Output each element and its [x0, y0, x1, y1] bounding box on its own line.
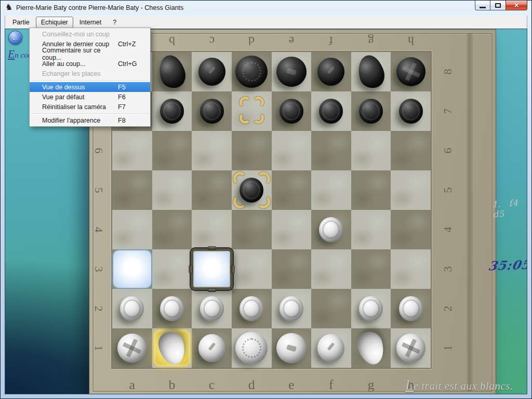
white-rook-a1[interactable]	[117, 334, 147, 363]
square-g3[interactable]	[351, 249, 391, 289]
square-a6[interactable]	[112, 131, 152, 170]
minimize-button[interactable]	[475, 1, 490, 10]
frame-ornament	[231, 265, 234, 273]
black-bishop-c8[interactable]	[198, 58, 225, 86]
rank-label-3: 3	[441, 267, 455, 272]
square-h5[interactable]	[391, 170, 431, 210]
white-knight-g1[interactable]	[358, 331, 383, 365]
white-pawn-b2[interactable]	[160, 296, 184, 321]
black-pawn-f7[interactable]	[319, 99, 343, 124]
square-c4[interactable]	[192, 210, 232, 249]
square-g5[interactable]	[351, 170, 391, 210]
square-d6[interactable]	[232, 131, 272, 170]
black-knight-g8[interactable]	[358, 55, 383, 88]
square-b3[interactable]	[152, 249, 192, 289]
white-pawn-a2[interactable]	[120, 296, 144, 321]
menu-separator	[31, 80, 149, 81]
piece-body	[235, 56, 268, 88]
square-d4[interactable]	[232, 210, 272, 249]
black-bishop-f8[interactable]	[317, 58, 344, 86]
square-e4[interactable]	[272, 210, 312, 249]
menubar-item-echiquier[interactable]: Echiquier	[36, 17, 73, 28]
white-pawn-d2[interactable]	[240, 296, 263, 321]
white-queen-d1[interactable]	[235, 332, 268, 364]
black-knight-b8[interactable]	[159, 55, 184, 88]
square-c6[interactable]	[192, 131, 232, 170]
piece-body	[317, 334, 344, 362]
white-pawn-e2[interactable]	[280, 296, 303, 321]
square-g4[interactable]	[351, 210, 391, 249]
black-pawn-d5[interactable]	[240, 178, 263, 203]
file-label-c: c	[209, 33, 215, 49]
file-label-b: b	[169, 33, 175, 49]
square-e3[interactable]	[272, 249, 312, 289]
square-d3[interactable]	[232, 249, 272, 289]
black-pawn-g7[interactable]	[359, 99, 383, 124]
black-pawn-e7[interactable]	[280, 99, 303, 124]
menu-item-modifier-l-apparence[interactable]: Modifier l'apparenceF8	[30, 115, 150, 125]
square-b6[interactable]	[152, 131, 192, 170]
white-bishop-f1[interactable]	[317, 334, 344, 362]
back-button[interactable]: ←	[8, 31, 22, 45]
square-f5[interactable]	[311, 170, 351, 210]
white-pawn-g2[interactable]	[359, 296, 383, 321]
piece-body	[160, 99, 184, 124]
close-button[interactable]: ×	[506, 1, 527, 10]
square-f6[interactable]	[311, 131, 351, 170]
white-knight-b1[interactable]	[159, 331, 184, 365]
square-a5[interactable]	[112, 170, 152, 210]
square-h3[interactable]	[391, 249, 431, 289]
rank-label-2: 2	[441, 306, 455, 312]
piece-body	[235, 332, 268, 364]
frame-ornament	[189, 265, 193, 273]
piece-body	[399, 296, 423, 321]
file-label-b: b	[168, 377, 175, 393]
rank-label-5: 5	[92, 188, 105, 193]
window-buttons: ×	[475, 1, 527, 10]
piece-body	[359, 296, 383, 321]
black-pawn-b7[interactable]	[160, 99, 184, 124]
black-rook-h8[interactable]	[396, 57, 425, 86]
black-pawn-h7[interactable]	[399, 99, 423, 124]
square-c5[interactable]	[192, 170, 232, 210]
menu-item-vue-de-dessus[interactable]: Vue de dessusF5	[30, 82, 150, 92]
white-king-e1[interactable]	[276, 333, 307, 363]
white-rook-h1[interactable]	[396, 334, 425, 363]
menubar-item-help[interactable]: ?	[108, 17, 122, 28]
piece-body	[240, 178, 263, 203]
square-e6[interactable]	[272, 131, 312, 170]
titlebar[interactable]: ♞ Pierre-Marie Baty contre Pierre-Marie …	[1, 1, 531, 16]
square-b4[interactable]	[152, 210, 192, 249]
menubar-item-internet[interactable]: Internet	[74, 17, 107, 28]
menu-item-conseillez-moi-un-coup: Conseillez-moi un coup	[30, 29, 150, 39]
square-h4[interactable]	[391, 210, 431, 249]
menubar-item-partie[interactable]: Partie	[7, 17, 35, 28]
square-f3[interactable]	[311, 249, 351, 289]
piece-body	[396, 334, 425, 363]
square-b5[interactable]	[152, 170, 192, 210]
square-f2[interactable]	[311, 289, 351, 328]
rank-label-7: 7	[441, 109, 455, 114]
piece-body	[160, 296, 184, 321]
piece-body	[319, 217, 343, 242]
menu-item-reinitialiser-la-camera[interactable]: Réinitialiser la caméraF7	[30, 102, 150, 112]
turn-message: Le trait est aux blancs.	[405, 377, 513, 393]
white-pawn-c2[interactable]	[200, 296, 224, 321]
black-pawn-c7[interactable]	[200, 99, 224, 124]
maximize-button[interactable]	[490, 1, 506, 10]
black-queen-d8[interactable]	[235, 56, 268, 88]
white-pawn-f4[interactable]	[319, 217, 343, 242]
file-label-g: g	[368, 377, 375, 393]
square-a4[interactable]	[112, 210, 152, 249]
menu-item-vue-par-defaut[interactable]: Vue par défautF6	[30, 92, 150, 102]
piece-body	[240, 296, 263, 321]
square-g6[interactable]	[351, 131, 391, 170]
gold-corner-marker	[240, 97, 251, 108]
square-h6[interactable]	[391, 131, 431, 170]
white-pawn-h2[interactable]	[399, 296, 423, 321]
menu-item-commentaire-sur-ce-coup[interactable]: Commentaire sur ce coup...	[30, 49, 150, 59]
square-e5[interactable]	[272, 170, 312, 210]
app-window: ♞ Pierre-Marie Baty contre Pierre-Marie …	[0, 0, 532, 399]
white-bishop-c1[interactable]	[198, 334, 225, 362]
black-king-e8[interactable]	[276, 57, 307, 87]
